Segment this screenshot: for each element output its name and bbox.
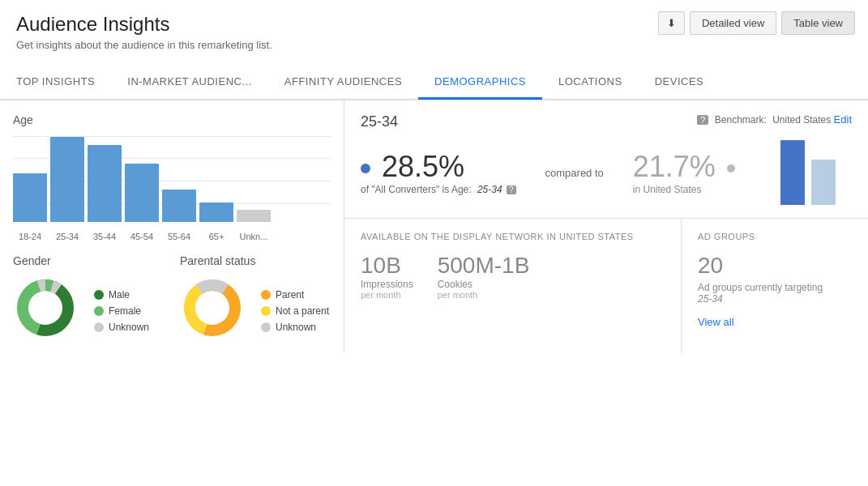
- svg-point-7: [197, 292, 228, 323]
- legend-male: Male: [94, 289, 149, 301]
- ad-groups-section: AD GROUPS 20 Ad groups currently targeti…: [682, 219, 868, 353]
- svg-point-3: [30, 292, 61, 323]
- main-sub-label: of "All Converters" is Age: 25-34 ?: [361, 184, 516, 195]
- parental-title: Parental status: [180, 254, 331, 267]
- age-bar-35-44[interactable]: [88, 145, 122, 222]
- age-label-unknown: Unkn...: [237, 232, 271, 241]
- us-dot: [727, 164, 735, 173]
- age-label-18-24: 18-24: [13, 232, 47, 241]
- gender-legend: Male Female Unknown: [94, 289, 149, 333]
- tab-in-market[interactable]: IN-MARKET AUDIENC...: [111, 66, 268, 100]
- parental-donut: [180, 275, 245, 340]
- main-compare-bar: [780, 140, 805, 205]
- legend-parental-unknown: Unknown: [261, 322, 329, 333]
- left-panel: Age: [0, 100, 344, 353]
- cookies-label: Cookies: [438, 279, 530, 290]
- stats-row: 28.5% of "All Converters" is Age: 25-34 …: [361, 140, 852, 205]
- display-network-label: AVAILABLE ON THE DISPLAY NETWORK IN UNIT…: [361, 232, 665, 241]
- download-button[interactable]: ⬇: [658, 11, 685, 35]
- tab-top-insights[interactable]: TOP INSIGHTS: [0, 66, 111, 100]
- age-label-45-54: 45-54: [125, 232, 159, 241]
- us-compare-bar: [811, 160, 836, 205]
- us-percentage: 21.7%: [633, 150, 735, 184]
- legend-gender-unknown: Unknown: [94, 322, 149, 333]
- benchmark-edit-link[interactable]: Edit: [834, 113, 852, 126]
- compared-to-label: compared to: [545, 167, 604, 179]
- age-label-25-34: 25-34: [50, 232, 84, 241]
- benchmark-label: ? Benchmark: United States Edit: [697, 113, 852, 126]
- bottom-stats: AVAILABLE ON THE DISPLAY NETWORK IN UNIT…: [344, 219, 868, 353]
- age-bar-45-54[interactable]: [125, 164, 159, 222]
- ad-groups-header: AD GROUPS: [698, 232, 852, 241]
- us-stat: 21.7% in United States: [633, 150, 735, 195]
- impressions-sub: per month: [361, 290, 413, 300]
- detailed-view-button[interactable]: Detailed view: [690, 11, 776, 35]
- age-bar-55-64[interactable]: [162, 190, 196, 222]
- impressions-value: 10B: [361, 253, 413, 279]
- age-bar-65plus[interactable]: [199, 202, 233, 222]
- age-detail-section: 25-34 ? Benchmark: United States Edit 28…: [344, 100, 868, 219]
- dn-metrics: 10B Impressions per month 500M-1B Cookie…: [361, 253, 665, 300]
- impressions-label: Impressions: [361, 279, 413, 290]
- tab-locations[interactable]: LOCATIONS: [542, 66, 639, 100]
- tabs-nav: TOP INSIGHTS IN-MARKET AUDIENC... AFFINI…: [0, 66, 868, 100]
- benchmark-help-icon: ?: [697, 115, 708, 125]
- main-stat: 28.5% of "All Converters" is Age: 25-34 …: [361, 150, 516, 195]
- cookies-value: 500M-1B: [438, 253, 530, 279]
- cookies-metric: 500M-1B Cookies per month: [438, 253, 530, 300]
- age-label-65plus: 65+: [199, 232, 233, 241]
- age-bar-unknown[interactable]: [237, 210, 271, 222]
- display-network-section: AVAILABLE ON THE DISPLAY NETWORK IN UNIT…: [344, 219, 682, 353]
- age-label-35-44: 35-44: [88, 232, 122, 241]
- parental-legend: Parent Not a parent Unknown: [261, 289, 329, 333]
- right-panel: 25-34 ? Benchmark: United States Edit 28…: [344, 100, 868, 353]
- gender-donut: [13, 275, 78, 340]
- parental-section: Parental status: [180, 254, 331, 340]
- main-percentage: 28.5%: [361, 150, 516, 184]
- selected-age-label: 25-34: [361, 113, 398, 130]
- age-label-55-64: 55-64: [162, 232, 196, 241]
- tab-devices[interactable]: DEVICES: [639, 66, 720, 100]
- main-dot: [361, 164, 370, 173]
- cookies-sub: per month: [438, 290, 530, 300]
- ad-groups-count: 20: [698, 253, 852, 279]
- age-bar-18-24[interactable]: [13, 173, 47, 222]
- tab-demographics[interactable]: DEMOGRAPHICS: [418, 66, 542, 100]
- legend-parent: Parent: [261, 289, 329, 301]
- legend-female: Female: [94, 305, 149, 317]
- age-bar-25-34[interactable]: [50, 137, 84, 222]
- page-subtitle: Get insights about the audience in this …: [16, 39, 852, 51]
- impressions-metric: 10B Impressions per month: [361, 253, 413, 300]
- view-all-link[interactable]: View all: [698, 316, 852, 328]
- legend-not-parent: Not a parent: [261, 305, 329, 317]
- ad-groups-sub: Ad groups currently targeting 25-34: [698, 282, 852, 305]
- gender-title: Gender: [13, 254, 164, 267]
- tab-affinity[interactable]: AFFINITY AUDIENCES: [268, 66, 418, 100]
- us-sub-label: in United States: [633, 184, 735, 195]
- age-section-title: Age: [13, 113, 331, 126]
- gender-section: Gender: [13, 254, 164, 340]
- table-view-button[interactable]: Table view: [781, 11, 855, 35]
- detail-help-icon: ?: [507, 185, 516, 194]
